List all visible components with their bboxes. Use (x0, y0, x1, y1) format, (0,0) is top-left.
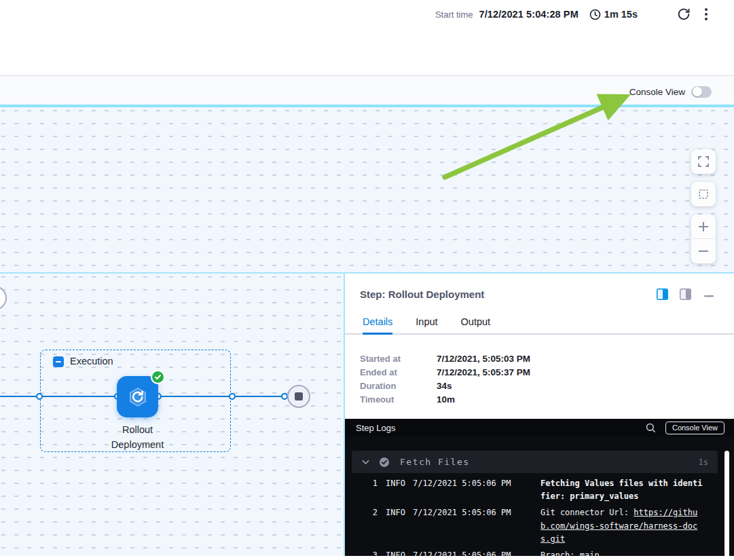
log-line-number: 2 (368, 506, 378, 520)
zoom-in-out-group (691, 214, 716, 263)
execution-header: Start time 7/12/2021 5:04:28 PM 1m 15s (0, 0, 734, 76)
clock-icon (589, 9, 601, 20)
detail-value: 7/12/2021, 5:05:37 PM (437, 366, 530, 379)
tab-input[interactable]: Input (416, 312, 437, 333)
log-rows: 1 INFO 7/12/2021 5:05:06 PM Fetching Val… (345, 473, 734, 556)
stage-graph-canvas[interactable]: Execution Rollout Deployment (0, 274, 344, 556)
log-message: Branch: main (540, 549, 703, 556)
minus-icon (697, 245, 710, 257)
partial-node (0, 286, 7, 310)
log-timestamp: 7/12/2021 5:05:06 PM (413, 477, 540, 491)
minimize-panel-button[interactable] (703, 288, 715, 301)
refresh-icon (677, 7, 691, 21)
log-level: INFO (386, 477, 410, 491)
panel-header: Step: Rollout Deployment (345, 274, 734, 301)
node-label: Rollout Deployment (81, 422, 194, 452)
port-group-out (229, 393, 236, 400)
fullscreen-icon (698, 156, 709, 167)
search-icon (646, 423, 656, 433)
bottom-split: Execution Rollout Deployment (0, 272, 734, 556)
log-search-button[interactable] (646, 423, 656, 433)
log-group-title: Fetch Files (400, 457, 699, 467)
fit-to-screen-button[interactable] (691, 182, 716, 206)
detail-label: Timeout (360, 393, 437, 407)
step-logs-title: Step Logs (356, 423, 646, 433)
log-group-fetch-files[interactable]: Fetch Files 1s (352, 451, 718, 473)
panel-tabs: Details Input Output (345, 312, 734, 335)
more-options-button[interactable] (703, 6, 710, 22)
zoom-out-button[interactable] (691, 239, 716, 263)
log-level: INFO (386, 506, 410, 520)
end-node (287, 385, 310, 408)
detail-row-ended-at: Ended at 7/12/2021, 5:05:37 PM (360, 366, 734, 379)
pipeline-canvas[interactable] (0, 107, 734, 272)
step-logs-bar: Step Logs Console View (345, 419, 734, 436)
node-label-line2: Deployment (81, 437, 194, 452)
split-view-left-button[interactable] (655, 287, 669, 301)
panel-layout-controls (655, 287, 715, 301)
refresh-button[interactable] (676, 6, 692, 22)
duration-value: 1m 15s (604, 9, 638, 20)
start-time-label: Start time (435, 10, 473, 20)
detail-value: 10m (437, 393, 455, 407)
kebab-menu-icon (704, 7, 708, 21)
rollout-step-icon (126, 385, 150, 409)
check-icon (154, 373, 162, 381)
minimize-icon (704, 295, 714, 298)
log-message: Fetching Values files with identifier: p… (540, 477, 703, 504)
stop-square-icon (295, 392, 303, 400)
chevron-down-icon (362, 460, 369, 465)
detail-label: Duration (360, 379, 437, 393)
node-label-line1: Rollout (81, 422, 194, 437)
console-view-label: Console View (629, 87, 685, 97)
log-level: INFO (386, 549, 410, 556)
log-viewer[interactable]: Fetch Files 1s 1 INFO 7/12/2021 5:05:06 … (345, 436, 734, 556)
fullscreen-button[interactable] (691, 149, 716, 174)
toggle-knob (693, 87, 702, 96)
log-message: Git connector Url: https://github.com/wi… (540, 506, 703, 546)
canvas-zoom-controls (691, 149, 716, 263)
step-details: Started at 7/12/2021, 5:05:03 PM Ended a… (360, 352, 734, 407)
tab-details[interactable]: Details (363, 312, 392, 333)
detail-value: 7/12/2021, 5:05:03 PM (437, 352, 530, 366)
log-row: 2 INFO 7/12/2021 5:05:06 PM Git connecto… (345, 505, 734, 548)
step-logs-section: Step Logs Console View Fetch Files 1s (345, 419, 734, 556)
detail-label: Started at (360, 352, 437, 366)
detail-value: 34s (437, 379, 452, 393)
collapse-minus-icon (56, 361, 61, 362)
fit-selection-icon (698, 189, 709, 200)
plus-icon (697, 221, 710, 233)
execution-meta: Start time 7/12/2021 5:04:28 PM 1m 15s (435, 6, 710, 22)
detail-row-timeout: Timeout 10m (360, 393, 734, 407)
log-row: 3 INFO 7/12/2021 5:05:06 PM Branch: main (345, 548, 734, 557)
log-group-duration: 1s (699, 458, 708, 467)
log-line-number: 1 (368, 477, 378, 491)
split-view-right-icon (680, 288, 691, 300)
log-scrollbar-thumb[interactable] (724, 451, 729, 556)
log-message-prefix: Git connector Url: (540, 508, 634, 517)
duration-wrap: 1m 15s (589, 9, 638, 20)
console-view-control: Console View (629, 76, 712, 107)
console-view-toggle[interactable] (691, 86, 712, 98)
log-line-number: 3 (368, 549, 378, 556)
pipeline-execution-page: Start time 7/12/2021 5:04:28 PM 1m 15s C… (0, 0, 734, 560)
port-group-in (36, 393, 43, 400)
detail-label: Ended at (360, 366, 437, 379)
view-toolbar: Console View (0, 76, 734, 107)
step-success-icon (379, 457, 390, 468)
success-badge (151, 370, 165, 384)
rollout-deployment-node[interactable] (117, 376, 158, 417)
console-view-button[interactable]: Console View (665, 422, 724, 434)
detail-row-started-at: Started at 7/12/2021, 5:05:03 PM (360, 352, 734, 366)
panel-title: Step: Rollout Deployment (360, 288, 655, 300)
tab-output[interactable]: Output (461, 312, 491, 333)
split-view-right-button[interactable] (678, 287, 693, 301)
collapse-group-button[interactable] (53, 356, 64, 367)
zoom-in-button[interactable] (691, 214, 716, 239)
start-time-value: 7/12/2021 5:04:28 PM (479, 9, 579, 20)
execution-group-label: Execution (70, 356, 113, 367)
log-timestamp: 7/12/2021 5:05:06 PM (413, 506, 540, 520)
detail-row-duration: Duration 34s (360, 379, 734, 393)
log-row: 1 INFO 7/12/2021 5:05:06 PM Fetching Val… (345, 475, 734, 505)
step-detail-panel: Step: Rollout Deployment Details Input (345, 274, 734, 556)
